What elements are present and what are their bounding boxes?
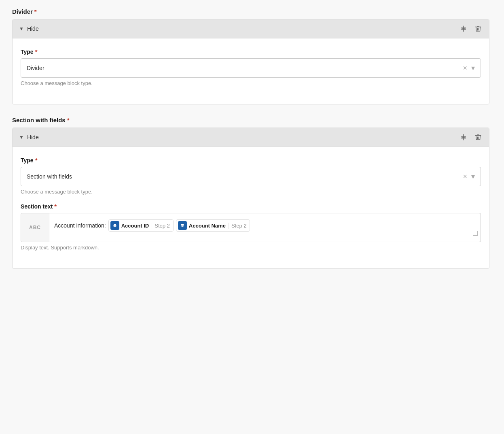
section-with-fields-type-field-group: Type * Section with fields × ▾ Choose a … xyxy=(21,157,481,195)
account-name-tag-icon xyxy=(178,221,187,230)
account-name-tag-name: Account Name xyxy=(189,223,226,229)
section-text-label: Section text * xyxy=(21,203,481,210)
divider-collapse-icon[interactable]: ▼ xyxy=(19,26,24,32)
section-with-fields-type-value: Section with fields xyxy=(27,173,72,180)
divider-section-label: Divider * xyxy=(12,8,489,15)
section-with-fields-block-body: Type * Section with fields × ▾ Choose a … xyxy=(13,147,489,268)
section-with-fields-type-label: Type * xyxy=(21,157,481,164)
divider-type-clear-icon[interactable]: × xyxy=(463,64,467,72)
editor-static-text: Account information: xyxy=(54,222,106,229)
section-with-fields-required-star: * xyxy=(67,117,70,123)
editor-text-content[interactable]: Account information: xyxy=(49,213,481,238)
account-id-tag-name: Account ID xyxy=(121,223,149,229)
section-with-fields-header-left: ▼ Hide xyxy=(19,134,39,140)
divider-type-select[interactable]: Divider × ▾ xyxy=(21,58,481,78)
section-with-fields-collapse-icon[interactable]: ▼ xyxy=(19,134,24,140)
section-text-editor[interactable]: ABC Account information: xyxy=(21,213,481,242)
svg-point-13 xyxy=(113,225,116,227)
divider-type-dropdown-icon[interactable]: ▾ xyxy=(471,64,475,72)
section-text-hint: Display text. Supports markdown. xyxy=(21,245,481,251)
section-text-required-star: * xyxy=(54,203,57,210)
divider-type-field-group: Type * Divider × ▾ Choose a message bloc… xyxy=(21,48,481,86)
section-with-fields-type-select[interactable]: Section with fields × ▾ xyxy=(21,167,481,186)
section-with-fields-type-hint: Choose a message block type. xyxy=(21,189,481,195)
section-with-fields-hide-label[interactable]: Hide xyxy=(27,134,39,140)
divider-type-required-star: * xyxy=(35,48,38,55)
section-with-fields-block-header: ▼ Hide xyxy=(13,128,489,147)
divider-delete-button[interactable] xyxy=(474,24,483,33)
section-with-fields-label: Section with fields * xyxy=(12,117,489,123)
account-id-tag-icon xyxy=(110,221,119,230)
editor-content-area: ABC Account information: xyxy=(21,213,481,242)
divider-move-button[interactable] xyxy=(459,24,468,33)
divider-required-star: * xyxy=(34,8,37,15)
divider-header-left: ▼ Hide xyxy=(19,26,39,32)
section-with-fields-delete-button[interactable] xyxy=(474,133,483,142)
account-name-tag[interactable]: Account Name Step 2 xyxy=(176,219,250,232)
account-name-tag-step: Step 2 xyxy=(229,223,247,229)
section-with-fields-block-card: ▼ Hide xyxy=(12,128,489,269)
section-with-fields-type-select-actions: × ▾ xyxy=(463,172,475,181)
section-with-fields-header-right xyxy=(459,133,483,142)
section-with-fields-type-clear-icon[interactable]: × xyxy=(463,172,467,181)
account-id-tag[interactable]: Account ID Step 2 xyxy=(108,219,174,232)
divider-header-right xyxy=(459,24,483,33)
divider-type-hint: Choose a message block type. xyxy=(21,80,481,86)
divider-type-label: Type * xyxy=(21,48,481,55)
section-with-fields-move-button[interactable] xyxy=(459,133,468,142)
divider-type-value: Divider xyxy=(27,65,44,71)
section-with-fields-type-dropdown-icon[interactable]: ▾ xyxy=(471,172,475,181)
divider-hide-label[interactable]: Hide xyxy=(27,26,39,32)
svg-point-19 xyxy=(181,225,184,226)
divider-block-card: ▼ Hide xyxy=(12,19,489,104)
divider-block-header: ▼ Hide xyxy=(13,19,489,38)
section-with-fields-type-required-star: * xyxy=(35,157,38,164)
section-text-field-group: Section text * ABC Account information: xyxy=(21,203,481,251)
editor-sidebar: ABC xyxy=(21,213,49,242)
divider-block-body: Type * Divider × ▾ Choose a message bloc… xyxy=(13,38,489,104)
account-id-tag-step: Step 2 xyxy=(152,223,170,229)
divider-type-select-actions: × ▾ xyxy=(463,64,475,72)
